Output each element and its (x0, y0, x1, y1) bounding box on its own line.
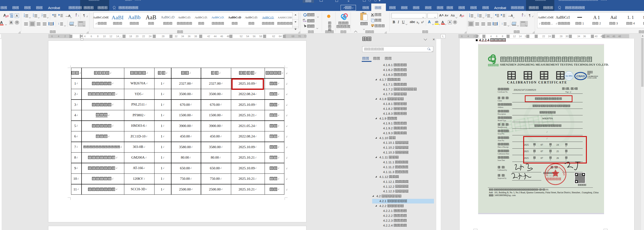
svg-text:ilac-MRA: ilac-MRA (566, 75, 572, 77)
svg-text:CNAS: CNAS (576, 74, 585, 78)
